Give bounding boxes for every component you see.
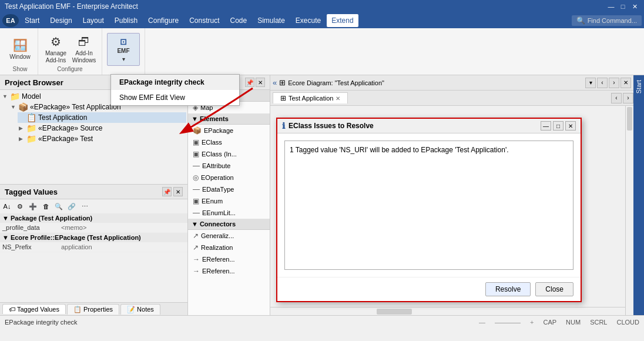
add-in-windows-button[interactable]: 🗗 Add-InWindows bbox=[71, 33, 97, 66]
testapp-label: Test Application bbox=[38, 113, 87, 122]
tree-item-testapp[interactable]: 📋 Test Application bbox=[18, 112, 186, 123]
expand-tv1: ▼ bbox=[2, 215, 9, 222]
tv-row-ns-prefix[interactable]: NS_Prefix application bbox=[0, 242, 187, 252]
tab-properties[interactable]: 📋 Properties bbox=[67, 304, 119, 315]
source-label: «EPackage» Source bbox=[38, 124, 102, 132]
close-dialog-button[interactable]: Close bbox=[535, 282, 573, 296]
toolbox-eattribute[interactable]: — EAttribute bbox=[188, 160, 270, 172]
emf-icon: ⊡ bbox=[120, 37, 127, 46]
diagram-tab-label: Test Application bbox=[289, 95, 333, 102]
menu-start[interactable]: Start bbox=[20, 14, 44, 27]
close-button[interactable]: ✕ bbox=[630, 2, 639, 11]
right-sidebar: Start bbox=[633, 75, 644, 315]
epackage-check-item[interactable]: EPackage integrity check bbox=[111, 75, 239, 90]
toolbox-eenum[interactable]: ▣ EEnum bbox=[188, 195, 270, 207]
diagram-prev-icon[interactable]: « bbox=[273, 78, 277, 87]
diagram-tab-testapp[interactable]: ⊞ Test Application ✕ bbox=[273, 92, 348, 103]
search-bar[interactable]: 🔍 Find Command... bbox=[572, 15, 642, 26]
toolbox-eclass[interactable]: ▣ EClass bbox=[188, 136, 270, 148]
menu-design[interactable]: Design bbox=[45, 14, 76, 27]
toolbox-close[interactable]: ✕ bbox=[256, 78, 265, 87]
tv-sort-custom[interactable]: ⚙ bbox=[14, 200, 26, 212]
title-bar: Test Application EMF - Enterprise Archit… bbox=[0, 0, 644, 13]
toolbox-epackage[interactable]: 📦 EPackage bbox=[188, 125, 270, 136]
toolbox-eoperation[interactable]: ◎ EOperation bbox=[188, 172, 270, 183]
manage-addins-button[interactable]: ⚙ ManageAdd-Ins bbox=[43, 33, 69, 66]
tv-more[interactable]: ⋯ bbox=[79, 200, 90, 212]
menu-execute[interactable]: Execute bbox=[291, 14, 326, 27]
emf-button[interactable]: ⊡ EMF ▾ bbox=[107, 33, 140, 66]
dialog-titlebar: ℹ EClass Issues to Resolve — □ ✕ bbox=[277, 119, 581, 133]
toolbox-eclass-in[interactable]: ▣ EClass (In... bbox=[188, 148, 270, 160]
configure-section-label: Configure bbox=[57, 66, 82, 75]
menu-extend[interactable]: Extend bbox=[327, 14, 358, 27]
tv-toolbar: A↓ ⚙ ➕ 🗑 🔍 🔗 ⋯ bbox=[0, 199, 187, 213]
window-icon: 🪟 bbox=[13, 38, 28, 52]
tv-filter[interactable]: 🔍 bbox=[53, 200, 65, 212]
menu-construct[interactable]: Construct bbox=[185, 14, 224, 27]
epackage-tool-label: EPackage bbox=[204, 127, 233, 134]
resolve-button[interactable]: Resolve bbox=[485, 282, 531, 296]
toolbox-realization[interactable]: ↗ Realization bbox=[188, 242, 270, 253]
diagram-prev-btn[interactable]: ‹ bbox=[597, 78, 608, 88]
status-minus: — bbox=[479, 319, 485, 326]
tab-prev-btn[interactable]: ‹ bbox=[611, 93, 622, 103]
window-controls: — □ ✕ bbox=[606, 2, 639, 11]
tab-close-btn[interactable]: ✕ bbox=[336, 95, 340, 102]
tv-val-profile: <memo> bbox=[59, 223, 187, 232]
toolbox-ereference2[interactable]: → EReferen... bbox=[188, 265, 270, 277]
tab-notes[interactable]: 📝 Notes bbox=[120, 304, 160, 315]
diagram-dropdown-btn[interactable]: ▾ bbox=[585, 78, 596, 88]
tv-add[interactable]: ➕ bbox=[27, 200, 39, 212]
maximize-button[interactable]: □ bbox=[618, 2, 628, 11]
toolbox-pin[interactable]: 📌 bbox=[245, 78, 254, 87]
show-buttons: 🪟 Window bbox=[7, 31, 33, 66]
minimize-button[interactable]: — bbox=[606, 2, 616, 11]
tv-row-profile[interactable]: _profile_data <memo> bbox=[0, 223, 187, 233]
tab-tagged-values[interactable]: 🏷 Tagged Values bbox=[2, 304, 66, 314]
toolbox-connectors-header[interactable]: ▼ Connectors bbox=[188, 219, 270, 230]
toolbox-edatatype[interactable]: — EDataType bbox=[188, 183, 270, 195]
dialog-min-btn[interactable]: — bbox=[541, 121, 551, 131]
elements-expand: ▼ bbox=[192, 115, 198, 122]
dialog-controls: — □ ✕ bbox=[541, 121, 576, 131]
toolbox-elements-header[interactable]: ▼ Elements bbox=[188, 113, 270, 125]
edatatype-icon: — bbox=[193, 185, 200, 193]
tree-item-source[interactable]: ▶ 📁 «EPackage» Source bbox=[18, 123, 186, 133]
tab-tagged-values-label: Tagged Values bbox=[17, 306, 59, 313]
tv-pin[interactable]: 📌 bbox=[162, 187, 172, 196]
tab-next-btn[interactable]: › bbox=[623, 93, 633, 103]
menu-publish[interactable]: Publish bbox=[110, 14, 142, 27]
show-emf-edit-item[interactable]: Show EMF Edit View bbox=[111, 90, 239, 105]
tv-sort-az[interactable]: A↓ bbox=[1, 200, 13, 212]
eenum-label: EEnum bbox=[202, 198, 223, 205]
tv-delete[interactable]: 🗑 bbox=[40, 200, 52, 212]
menu-simulate[interactable]: Simulate bbox=[253, 14, 290, 27]
app-logo[interactable]: EA bbox=[2, 14, 19, 27]
eclass-icon: ▣ bbox=[193, 138, 199, 146]
project-browser-title: Project Browser bbox=[5, 78, 63, 87]
window-button[interactable]: 🪟 Window bbox=[7, 33, 33, 66]
dialog-close-btn[interactable]: ✕ bbox=[565, 121, 576, 131]
menu-configure[interactable]: Configure bbox=[143, 14, 183, 27]
toolbox-ereference1[interactable]: → EReferen... bbox=[188, 253, 270, 265]
toolbox-eenuml[interactable]: — EEnumLit... bbox=[188, 207, 270, 219]
ereference1-label: EReferen... bbox=[202, 256, 235, 263]
emf-label: EMF bbox=[117, 48, 129, 55]
connectors-label: Connectors bbox=[200, 220, 236, 228]
right-sidebar-label[interactable]: Start bbox=[634, 75, 643, 98]
diagram-next-btn[interactable]: › bbox=[609, 78, 619, 88]
tree-item-test[interactable]: ▶ 📁 «EPackage» Test bbox=[18, 133, 186, 144]
main-area: Project Browser ≡ ▲ ▼ 📌 ✕ ▼ 📁 Model bbox=[0, 75, 644, 315]
tv-link[interactable]: 🔗 bbox=[66, 200, 78, 212]
test-icon: 📁 bbox=[26, 134, 36, 143]
menu-code[interactable]: Code bbox=[225, 14, 251, 27]
toolbox-generalization[interactable]: ↗ Generaliz... bbox=[188, 230, 270, 242]
menu-layout[interactable]: Layout bbox=[78, 14, 109, 27]
diagram-close-pane[interactable]: ✕ bbox=[620, 78, 631, 88]
dialog-body: 1 Tagged value 'NS_URI' will be added to… bbox=[277, 133, 581, 277]
tv-close[interactable]: ✕ bbox=[173, 187, 183, 196]
eclass-in-icon: ▣ bbox=[193, 150, 199, 158]
dialog-max-btn[interactable]: □ bbox=[553, 121, 564, 131]
elements-label: Elements bbox=[200, 115, 229, 122]
